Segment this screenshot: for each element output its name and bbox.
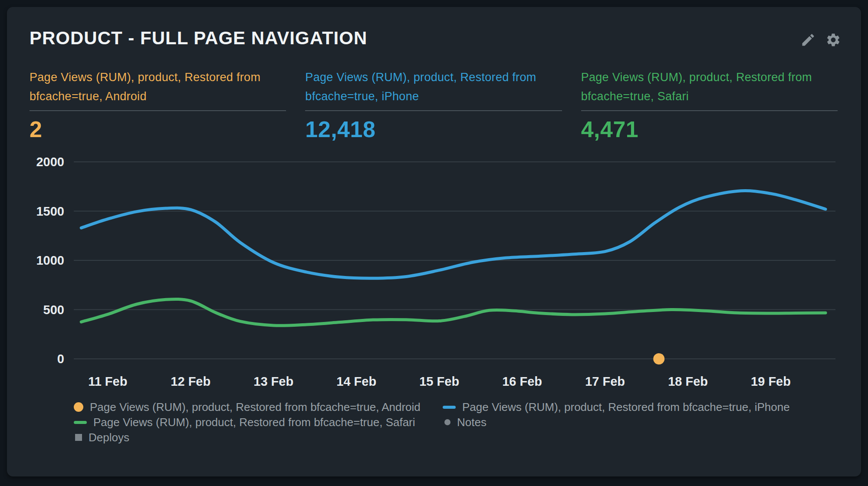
x-axis-label: 18 Feb: [668, 374, 708, 388]
x-axis-label: 16 Feb: [502, 374, 542, 388]
legend-label: Page Views (RUM), product, Restored from…: [462, 400, 790, 414]
x-axis-label: 19 Feb: [751, 374, 791, 388]
legend-item-deploys[interactable]: Deploys: [74, 430, 443, 445]
x-axis-label: 11 Feb: [88, 374, 127, 388]
y-axis-label: 2000: [36, 155, 64, 169]
legend-item-notes[interactable]: Notes: [443, 415, 838, 430]
y-axis-label: 1000: [36, 253, 64, 267]
legend-label: Deploys: [89, 430, 129, 445]
x-axis-label: 14 Feb: [336, 374, 376, 388]
series-line-iphone[interactable]: [81, 190, 825, 278]
legend-label: Notes: [457, 415, 487, 430]
y-axis-label: 1500: [36, 204, 64, 218]
legend-marker-line-icon: [443, 406, 456, 409]
legend-marker-dot-icon: [444, 419, 450, 425]
series-line-safari[interactable]: [81, 299, 825, 325]
legend-marker-line-icon: [74, 421, 87, 424]
x-axis-label: 17 Feb: [585, 374, 625, 388]
legend-item-android[interactable]: Page Views (RUM), product, Restored from…: [74, 400, 443, 414]
x-axis-label: 15 Feb: [419, 374, 459, 388]
y-axis-label: 0: [57, 352, 64, 366]
y-axis-label: 500: [43, 303, 64, 317]
legend-item-safari[interactable]: Page Views (RUM), product, Restored from…: [74, 415, 443, 430]
legend-marker-dot-icon: [74, 402, 83, 412]
legend-item-iphone[interactable]: Page Views (RUM), product, Restored from…: [443, 400, 838, 414]
legend-marker-square-icon: [75, 434, 82, 441]
chart-legend: Page Views (RUM), product, Restored from…: [74, 400, 838, 445]
x-axis-label: 13 Feb: [253, 374, 293, 388]
legend-label: Page Views (RUM), product, Restored from…: [90, 400, 421, 414]
note-point-android[interactable]: [653, 353, 664, 364]
x-axis-label: 12 Feb: [171, 374, 210, 388]
legend-label: Page Views (RUM), product, Restored from…: [93, 415, 415, 430]
